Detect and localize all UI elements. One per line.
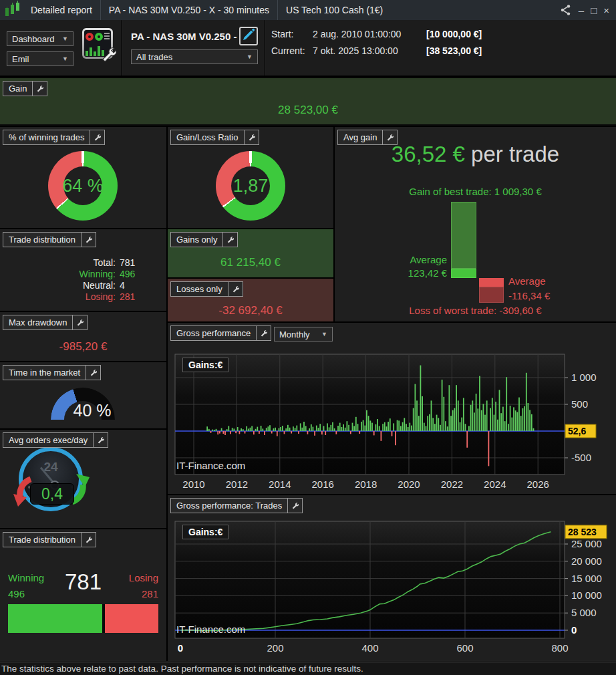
- gains-only-value: 61 215,40 €: [168, 256, 333, 269]
- avg-orders-value: 0,4: [30, 483, 74, 505]
- svg-text:0: 0: [178, 642, 183, 654]
- current-label: Current:: [271, 45, 313, 56]
- svg-text:28 523: 28 523: [568, 527, 597, 537]
- close-button[interactable]: ×: [603, 5, 609, 15]
- gain-panel-title: Gain: [3, 82, 32, 96]
- view-select-value: Dashboard: [12, 34, 55, 44]
- window-title: Detailed report: [31, 5, 92, 15]
- losing-bar-segment: [105, 604, 158, 633]
- wrench-icon[interactable]: [256, 326, 271, 340]
- svg-text:2026: 2026: [527, 479, 549, 490]
- time-in-market-title: Time in the market: [3, 366, 86, 380]
- wrench-icon[interactable]: [86, 366, 100, 380]
- wrench-icon[interactable]: [81, 533, 96, 547]
- current-capital: [38 523,00 €]: [426, 45, 482, 56]
- svg-text:1 000: 1 000: [571, 372, 597, 383]
- user-select[interactable]: Emil▼: [7, 51, 73, 66]
- wrench-icon[interactable]: [32, 82, 47, 96]
- svg-text:2016: 2016: [312, 479, 334, 490]
- wrench-icon[interactable]: [222, 233, 237, 247]
- start-capital: [10 000,00 €]: [426, 29, 482, 39]
- avg-loss-value: -116,34 €: [508, 290, 550, 301]
- losing-word: Losing: [129, 572, 158, 583]
- wrench-icon[interactable]: [81, 233, 96, 247]
- svg-text:52,6: 52,6: [568, 426, 586, 436]
- gains-unit-tag: Gains:€: [182, 358, 228, 372]
- max-drawdown-panel: Max drawdown -985,20 €: [0, 312, 166, 361]
- wrench-icon[interactable]: [382, 130, 397, 144]
- svg-text:0: 0: [571, 624, 577, 636]
- svg-text:800: 800: [551, 642, 568, 654]
- svg-text:10 000: 10 000: [571, 589, 602, 601]
- wrench-icon[interactable]: [228, 282, 243, 296]
- svg-text:2020: 2020: [398, 479, 420, 490]
- time-gauge: 40 %: [51, 388, 115, 420]
- max-drawdown-value: -985,20 €: [0, 340, 166, 354]
- gain-panel: Gain 28 523,00 €: [0, 78, 616, 126]
- svg-text:2018: 2018: [355, 479, 377, 490]
- view-select[interactable]: Dashboard▼: [7, 31, 73, 46]
- losses-only-panel: Losses only -32 692,40 €: [168, 279, 333, 321]
- trades-filter-select[interactable]: All trades▼: [131, 49, 258, 64]
- chevron-down-icon: ▼: [62, 55, 68, 62]
- time-in-market-panel: Time in the market 40 %: [0, 362, 166, 428]
- svg-text:25 000: 25 000: [571, 538, 602, 549]
- ratio-title: Gain/Loss Ratio: [171, 130, 244, 144]
- gross-performance-title: Gross performance: [171, 326, 256, 340]
- svg-text:2022: 2022: [441, 479, 463, 490]
- avg-win-label: Average: [410, 254, 447, 265]
- best-trade-line: Gain of best trade: 1 009,30 €: [335, 186, 616, 197]
- svg-text:2012: 2012: [226, 479, 248, 490]
- wrench-icon[interactable]: [72, 315, 87, 329]
- time-in-market-value: 40 %: [51, 401, 134, 420]
- detailed-report-window: Detailed report PA - NAS 30M V0.250 - X …: [0, 0, 616, 675]
- edit-icon[interactable]: [239, 27, 258, 45]
- avg-gain-value: 36,52 €: [392, 142, 465, 166]
- winning-pct-title: % of winning trades: [3, 130, 90, 144]
- ratio-donut: 1,87: [216, 151, 285, 221]
- wrench-icon[interactable]: [90, 130, 104, 144]
- trade-distribution-rows: Total:781Winning:496Neutral:4Losing:281: [0, 257, 166, 303]
- avg-gain-panel: Avg gain 36,52 € per trade Gain of best …: [335, 127, 616, 321]
- svg-text:500: 500: [571, 398, 588, 410]
- trade-distribution-title: Trade distribution: [3, 233, 81, 247]
- svg-text:600: 600: [456, 642, 473, 654]
- avg-gain-suffix: per trade: [465, 142, 559, 166]
- title-bar: Detailed report PA - NAS 30M V0.250 - X …: [0, 0, 616, 21]
- gains-only-panel: Gains only 61 215,40 €: [168, 229, 333, 277]
- disclaimer-bar: The statistics above relate to past data…: [0, 662, 616, 675]
- best-trade-bar: [451, 202, 476, 269]
- wrench-icon[interactable]: [93, 433, 108, 447]
- svg-text:5 000: 5 000: [571, 607, 597, 618]
- ratio-value: 1,87: [216, 151, 285, 221]
- svg-text:2014: 2014: [269, 479, 291, 490]
- share-icon[interactable]: [560, 4, 572, 16]
- trade-distribution2-title: Trade distribution: [3, 533, 81, 547]
- trade-distribution2-panel: Trade distribution Winning 496 781 Losin…: [0, 529, 166, 661]
- gross-performance-trades-title: Gross performance: Trades: [171, 499, 287, 513]
- wrench-icon[interactable]: [244, 130, 259, 144]
- svg-text:2024: 2024: [484, 479, 506, 490]
- win-lose-bar: [8, 604, 158, 633]
- gain-value: 28 523,00 €: [0, 104, 616, 117]
- gross-performance-trades-panel: Gross performance: Trades 25 00020 00015…: [168, 495, 616, 661]
- dashboard-settings-icon[interactable]: [82, 28, 113, 59]
- avg-loss-label: Average: [508, 275, 546, 287]
- trades-filter-value: All trades: [136, 52, 172, 62]
- minimize-button[interactable]: –: [579, 5, 584, 15]
- avg-win-bar: [451, 269, 476, 278]
- titlebar-strategy: PA - NAS 30M V0.250 - X - 30 minutes: [109, 5, 269, 15]
- avg-gain-title: Avg gain: [338, 130, 382, 144]
- svg-text:15 000: 15 000: [571, 573, 602, 584]
- watermark: IT-Finance.com: [176, 460, 245, 471]
- gross-performance-monthly-panel: Gross performance Monthly▼ 1 000500-5005…: [168, 323, 616, 494]
- svg-text:-500: -500: [571, 452, 591, 463]
- wrench-icon[interactable]: [287, 499, 302, 513]
- worst-trade-bar: [479, 287, 504, 303]
- start-label: Start:: [271, 29, 313, 39]
- distribution-row: Total:781: [0, 257, 166, 269]
- gains-unit-tag: Gains:€: [182, 525, 228, 539]
- maximize-button[interactable]: □: [591, 5, 597, 15]
- trades-equity-chart[interactable]: 25 00020 00015 00010 0005 000028 5230200…: [168, 495, 616, 661]
- start-date: 2 aug. 2010 01:00:00: [313, 29, 426, 39]
